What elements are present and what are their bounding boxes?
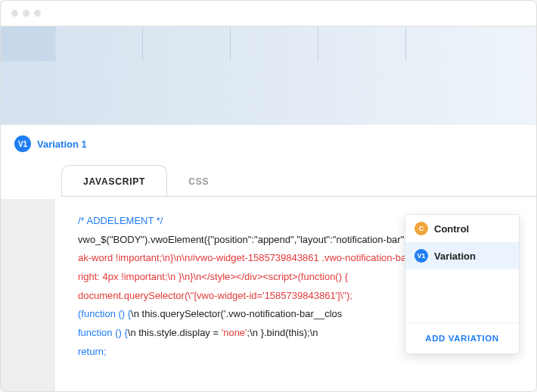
variation-badge-small: V1 [414, 249, 428, 263]
code-token: vwo_$("BODY").vwoElement({"position":"ap… [78, 234, 436, 245]
editor-area: V1 Variation 1 JAVASCRIPT CSS /* ADDELEM… [1, 125, 536, 392]
control-badge: C [414, 222, 428, 235]
header-slot [1, 26, 55, 61]
header-slot [143, 26, 231, 61]
app-window: V1 Variation 1 JAVASCRIPT CSS /* ADDELEM… [0, 0, 537, 392]
add-variation-button[interactable]: ADD VARIATION [405, 322, 519, 353]
dropdown-item-control[interactable]: C Control [405, 215, 519, 242]
dropdown-item-variation[interactable]: V1 Variation [405, 242, 519, 269]
traffic-light-minimize[interactable] [23, 10, 29, 17]
preview-header [1, 26, 536, 125]
code-token: \n this.style.display = [128, 327, 222, 338]
code-token: (function () { [78, 308, 131, 319]
code-token: \n this.querySelector('.vwo-notification… [131, 308, 342, 319]
traffic-light-close[interactable] [11, 10, 18, 17]
header-slot [231, 26, 318, 61]
variation-label: Variation 1 [37, 138, 87, 150]
code-token: return; [78, 346, 107, 357]
code-token: document.querySelector(\"[vwo-widget-id=… [78, 290, 352, 301]
header-slot [55, 26, 143, 61]
variation-badge: V1 [14, 135, 31, 152]
dropdown-spacer [405, 269, 519, 322]
dropdown-item-label: Variation [434, 250, 476, 262]
left-sidebar [1, 199, 55, 392]
code-token: ;\n }.bind(this);\n [247, 327, 318, 338]
traffic-light-zoom[interactable] [34, 10, 41, 17]
header-slot [318, 26, 406, 61]
code-tab-strip: JAVASCRIPT CSS [61, 163, 230, 196]
window-titlebar [1, 1, 536, 26]
variation-selector[interactable]: V1 Variation 1 [14, 135, 87, 152]
variation-dropdown: C Control V1 Variation ADD VARIATION [405, 214, 520, 354]
tab-javascript[interactable]: JAVASCRIPT [61, 165, 167, 196]
code-token: function () { [78, 327, 128, 338]
tab-css[interactable]: CSS [167, 166, 230, 196]
dropdown-item-label: Control [434, 223, 469, 235]
code-token: 'none' [222, 327, 247, 338]
code-token: right: 4px !important;\n }\n}\n</style><… [78, 271, 348, 282]
code-token: /* ADDELEMENT */ [78, 215, 163, 226]
